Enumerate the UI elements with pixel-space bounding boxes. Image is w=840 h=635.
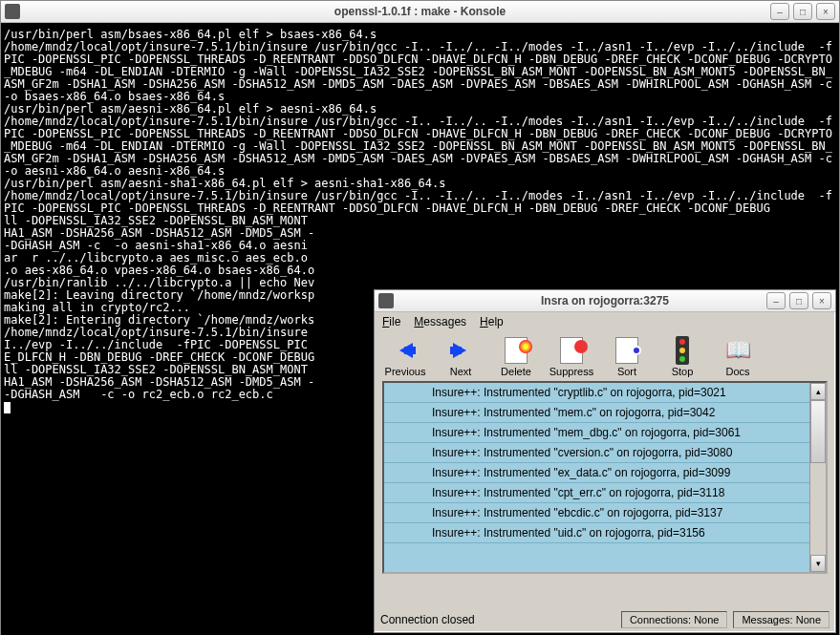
arrow-right-icon [447,337,474,364]
scroll-track[interactable] [810,463,826,555]
minimize-icon[interactable]: – [766,292,786,309]
arrow-left-icon [392,337,419,364]
scrollbar[interactable]: ▴ ▾ [809,383,826,572]
insra-window: Insra on rojogorra:3275 – □ × File Messa… [374,289,836,633]
suppress-icon [558,337,585,364]
list-item[interactable]: Insure++: Instrumented "mem_dbg.c" on ro… [384,423,826,443]
konsole-app-icon [5,4,20,19]
insra-menubar: File Messages Help [375,312,835,331]
scroll-thumb[interactable] [810,400,826,463]
traffic-light-icon [669,337,696,364]
list-item[interactable]: Insure++: Instrumented "cpt_err.c" on ro… [384,483,826,503]
status-text: Connection closed [380,613,615,626]
minimize-icon[interactable]: – [770,3,789,20]
delete-label: Delete [501,366,531,377]
konsole-title: openssl-1.0.1f : make - Konsole [334,5,506,18]
statusbar: Connection closed Connections: None Mess… [380,611,829,628]
next-button[interactable]: Next [438,337,484,377]
insra-title: Insra on rojogorra:3275 [541,294,669,307]
docs-button[interactable]: 📖 Docs [715,337,761,377]
docs-icon: 📖 [724,337,751,364]
delete-icon [503,337,529,364]
list-item[interactable]: Insure++: Instrumented "ebcdic.c" on roj… [384,503,826,523]
list-item[interactable]: Insure++: Instrumented "uid.c" on rojogo… [384,523,826,543]
sort-icon [614,337,640,364]
insra-toolbar: Previous Next Delete Suppress Sort Stop … [375,331,835,381]
messages-button[interactable]: Messages: None [733,611,829,628]
stop-button[interactable]: Stop [659,337,705,377]
next-label: Next [450,366,472,377]
insra-app-icon [378,293,394,308]
menu-file[interactable]: File [382,315,400,328]
message-list: Insure++: Instrumented "cryptlib.c" on r… [382,381,828,574]
close-icon[interactable]: × [816,3,835,20]
scroll-down-icon[interactable]: ▾ [810,555,826,572]
menu-help[interactable]: Help [480,315,504,328]
insra-titlebar[interactable]: Insra on rojogorra:3275 – □ × [375,290,835,312]
sort-button[interactable]: Sort [604,337,650,377]
terminal-cursor [4,402,11,413]
suppress-button[interactable]: Suppress [549,337,594,377]
maximize-icon[interactable]: □ [793,3,812,20]
close-icon[interactable]: × [812,292,831,309]
sort-label: Sort [617,366,636,377]
maximize-icon[interactable]: □ [789,292,808,309]
previous-label: Previous [385,366,426,377]
scroll-up-icon[interactable]: ▴ [810,383,826,400]
previous-button[interactable]: Previous [382,337,428,377]
menu-messages[interactable]: Messages [414,315,466,328]
docs-label: Docs [725,366,749,377]
suppress-label: Suppress [549,366,593,377]
list-item[interactable]: Insure++: Instrumented "cryptlib.c" on r… [384,383,826,403]
connections-button[interactable]: Connections: None [621,611,728,628]
list-item[interactable]: Insure++: Instrumented "cversion.c" on r… [384,443,826,463]
list-item[interactable]: Insure++: Instrumented "ex_data.c" on ro… [384,463,826,483]
delete-button[interactable]: Delete [493,337,539,377]
stop-label: Stop [672,366,694,377]
konsole-titlebar[interactable]: openssl-1.0.1f : make - Konsole – □ × [1,1,839,23]
list-item[interactable]: Insure++: Instrumented "mem.c" on rojogo… [384,403,826,423]
